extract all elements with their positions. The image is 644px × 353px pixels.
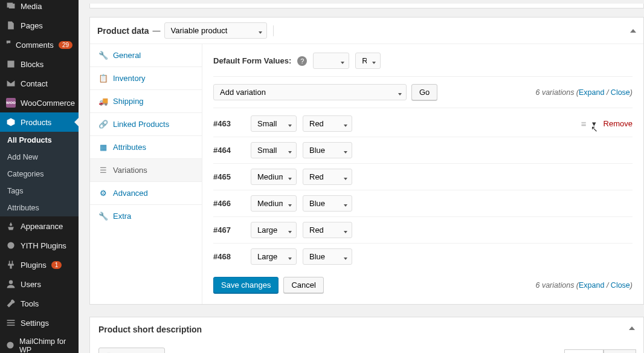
variation-size-select[interactable]: Medium bbox=[251, 169, 297, 185]
remove-link[interactable]: Remove bbox=[604, 119, 633, 128]
expand-link[interactable]: Expand bbox=[579, 88, 604, 97]
add-variation-select[interactable]: Add variation bbox=[213, 84, 407, 100]
sidebar-item-pages[interactable]: Pages bbox=[0, 16, 79, 35]
variations-count-top: 6 variations (Expand / Close) bbox=[535, 88, 633, 97]
tools-icon bbox=[6, 299, 16, 308]
sidebar-sub-add-new[interactable]: Add New bbox=[0, 149, 79, 166]
svg-rect-0 bbox=[7, 60, 14, 67]
sidebar-item-products[interactable]: Products bbox=[0, 112, 79, 132]
woo-icon: woo bbox=[6, 98, 16, 108]
link-icon: 🔗 bbox=[98, 120, 108, 129]
variation-id: #467 bbox=[213, 225, 245, 235]
tab-label: Extra bbox=[113, 212, 131, 221]
sidebar-item-settings[interactable]: Settings bbox=[0, 313, 79, 332]
sidebar-item-mailchimp[interactable]: MailChimp for WP bbox=[0, 332, 79, 353]
gear-icon: ⚙ bbox=[98, 189, 108, 198]
variation-color-select[interactable]: Red bbox=[303, 222, 352, 238]
save-changes-button[interactable]: Save changes bbox=[213, 277, 279, 293]
go-button[interactable]: Go bbox=[411, 84, 437, 100]
text-tab[interactable]: Text bbox=[604, 349, 636, 353]
variation-color-select[interactable]: Blue bbox=[303, 195, 352, 212]
sidebar-item-plugins[interactable]: Plugins 1 bbox=[0, 255, 79, 274]
contact-icon bbox=[6, 79, 16, 88]
variations-content: Default Form Values: ? Red Add variation… bbox=[202, 44, 643, 304]
short-desc-title: Product short description bbox=[98, 325, 202, 334]
yith-icon bbox=[6, 241, 16, 250]
variation-row[interactable]: #468 Large Blue bbox=[213, 244, 633, 270]
variation-size-select[interactable]: Small bbox=[251, 115, 297, 132]
variation-row[interactable]: #464 Small Blue bbox=[213, 137, 633, 164]
media-icon bbox=[6, 1, 16, 11]
sidebar-item-yith[interactable]: YITH Plugins bbox=[0, 236, 79, 255]
sidebar-item-label: YITH Plugins bbox=[21, 241, 66, 250]
expand-variation-icon[interactable]: ▾↖ bbox=[592, 119, 596, 128]
variation-color-select[interactable]: Blue bbox=[303, 248, 352, 265]
truck-icon: 🚚 bbox=[98, 97, 108, 106]
variation-size-select[interactable]: Large bbox=[251, 248, 297, 265]
admin-sidebar: Media Pages Comments 29 Blocks Contact w… bbox=[0, 0, 79, 353]
visual-tab[interactable]: Visual bbox=[564, 349, 604, 353]
tab-linked[interactable]: 🔗Linked Products bbox=[90, 113, 202, 136]
tab-label: Attributes bbox=[113, 143, 146, 152]
sidebar-item-appearance[interactable]: Appearance bbox=[0, 216, 79, 236]
users-icon bbox=[6, 279, 16, 289]
tab-general[interactable]: 🔧General bbox=[90, 44, 202, 67]
tab-extra[interactable]: 🔧Extra bbox=[90, 205, 202, 227]
svg-rect-4 bbox=[7, 320, 15, 321]
sidebar-item-label: WooCommerce bbox=[21, 99, 75, 108]
short-description-panel: Product short description 📷Add Media Vis… bbox=[89, 317, 644, 353]
tab-label: Inventory bbox=[113, 74, 145, 83]
sidebar-item-comments[interactable]: Comments 29 bbox=[0, 35, 79, 54]
product-type-select[interactable]: Variable product bbox=[164, 22, 267, 39]
title-dash: — bbox=[153, 26, 161, 35]
close-link[interactable]: Close bbox=[611, 88, 630, 97]
sidebar-item-label: Settings bbox=[21, 319, 49, 328]
sidebar-sub-attributes[interactable]: Attributes bbox=[0, 199, 79, 216]
default-attr-1-select[interactable] bbox=[313, 53, 349, 69]
panel-toggle-icon[interactable] bbox=[630, 29, 636, 33]
sidebar-sub-all-products[interactable]: All Products bbox=[0, 132, 79, 149]
sidebar-item-label: Appearance bbox=[21, 222, 63, 231]
default-values-label: Default Form Values: bbox=[213, 56, 291, 65]
default-attr-2-select[interactable]: Red bbox=[355, 53, 381, 69]
variation-color-select[interactable]: Red bbox=[303, 169, 352, 185]
comments-badge: 29 bbox=[59, 41, 72, 49]
wrench-icon: 🔧 bbox=[98, 212, 108, 221]
variation-size-select[interactable]: Small bbox=[251, 142, 297, 158]
sidebar-item-contact[interactable]: Contact bbox=[0, 74, 79, 93]
tab-inventory[interactable]: 📋Inventory bbox=[90, 67, 202, 90]
tab-advanced[interactable]: ⚙Advanced bbox=[90, 182, 202, 205]
expand-link[interactable]: Expand bbox=[579, 281, 604, 290]
help-icon[interactable]: ? bbox=[297, 56, 307, 66]
sidebar-item-blocks[interactable]: Blocks bbox=[0, 54, 79, 74]
add-media-button[interactable]: 📷Add Media bbox=[98, 348, 165, 353]
panel-toggle-icon[interactable] bbox=[629, 326, 635, 330]
close-link[interactable]: Close bbox=[611, 281, 630, 290]
tab-label: Linked Products bbox=[113, 120, 169, 129]
sidebar-sub-categories[interactable]: Categories bbox=[0, 166, 79, 183]
variation-color-select[interactable]: Blue bbox=[303, 142, 352, 158]
product-data-title: Product data bbox=[97, 26, 149, 36]
variation-row[interactable]: #467 Large Red bbox=[213, 217, 633, 244]
tab-attributes[interactable]: ▦Attributes bbox=[90, 136, 202, 159]
sidebar-item-tools[interactable]: Tools bbox=[0, 294, 79, 313]
sidebar-item-media[interactable]: Media bbox=[0, 0, 79, 16]
tab-variations[interactable]: ☰Variations bbox=[90, 159, 202, 182]
variation-row[interactable]: #466 Medium Blue bbox=[213, 190, 633, 217]
variation-size-select[interactable]: Large bbox=[251, 222, 297, 238]
variation-row[interactable]: #463 Small Red ≡ ▾↖ Remove bbox=[213, 111, 633, 137]
variation-id: #465 bbox=[213, 172, 245, 181]
tab-label: Advanced bbox=[113, 189, 148, 198]
sidebar-item-label: Media bbox=[21, 2, 42, 11]
variation-size-select[interactable]: Medium bbox=[251, 195, 297, 212]
variation-row[interactable]: #465 Medium Red bbox=[213, 164, 633, 190]
variation-color-select[interactable]: Red bbox=[303, 115, 352, 132]
tab-label: Shipping bbox=[113, 97, 144, 106]
tab-shipping[interactable]: 🚚Shipping bbox=[90, 90, 202, 113]
sidebar-item-label: MailChimp for WP bbox=[19, 337, 72, 353]
sidebar-sub-tags[interactable]: Tags bbox=[0, 183, 79, 199]
sidebar-item-woocommerce[interactable]: woo WooCommerce bbox=[0, 93, 79, 112]
sidebar-item-users[interactable]: Users bbox=[0, 274, 79, 294]
cancel-button[interactable]: Cancel bbox=[283, 277, 323, 293]
drag-handle-icon[interactable]: ≡ bbox=[581, 118, 585, 129]
